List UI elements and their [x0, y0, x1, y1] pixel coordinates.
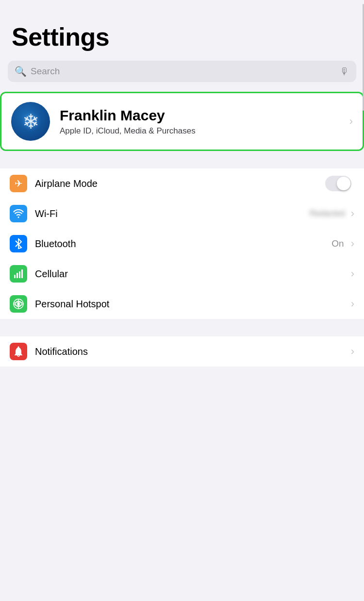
wifi-chevron-icon: › — [351, 207, 354, 220]
airplane-mode-label: Airplane Mode — [35, 178, 325, 189]
search-icon: 🔍 — [15, 66, 27, 77]
avatar-snowflake-icon: ❄ — [22, 110, 39, 134]
bluetooth-label: Bluetooth — [35, 238, 331, 250]
profile-name: Franklin Macey — [60, 107, 346, 124]
profile-info: Franklin Macey Apple ID, iCloud, Media &… — [60, 107, 346, 136]
svg-rect-2 — [19, 271, 20, 278]
cellular-label: Cellular — [35, 268, 347, 280]
microphone-icon[interactable]: 🎙 — [340, 66, 349, 77]
wifi-label: Wi-Fi — [35, 208, 310, 219]
wifi-value: Redacted — [310, 209, 345, 218]
wifi-icon — [10, 205, 27, 222]
page-title: Settings — [12, 23, 352, 51]
settings-row-notifications[interactable]: Notifications › — [0, 336, 364, 367]
cellular-icon — [10, 265, 27, 283]
bluetooth-value: On — [331, 238, 344, 249]
personal-hotspot-icon — [10, 295, 27, 313]
airplane-mode-toggle[interactable] — [325, 176, 351, 191]
search-bar[interactable]: 🔍 Search 🎙 — [8, 61, 356, 82]
settings-row-wifi[interactable]: Wi-Fi Redacted › — [0, 199, 364, 229]
section-gap-1 — [0, 151, 364, 168]
scrollbar-thumb — [363, 4, 364, 111]
cellular-chevron-icon: › — [351, 267, 354, 280]
notifications-label: Notifications — [35, 346, 347, 357]
page-header: Settings — [0, 0, 364, 57]
settings-row-airplane-mode[interactable]: ✈ Airplane Mode — [0, 168, 364, 199]
bluetooth-chevron-icon: › — [351, 237, 354, 250]
search-input[interactable]: Search — [31, 66, 336, 77]
profile-chevron-icon: › — [349, 115, 353, 128]
settings-group-notifications: Notifications › — [0, 336, 364, 367]
section-gap-2 — [0, 319, 364, 336]
bluetooth-icon — [10, 235, 27, 252]
settings-row-bluetooth[interactable]: Bluetooth On › — [0, 229, 364, 259]
settings-row-cellular[interactable]: Cellular › — [0, 259, 364, 289]
notifications-chevron-icon: › — [351, 345, 354, 358]
settings-group-connectivity: ✈ Airplane Mode Wi-Fi Redacted › — [0, 168, 364, 319]
scrollbar[interactable] — [362, 0, 364, 601]
personal-hotspot-label: Personal Hotspot — [35, 299, 347, 310]
svg-rect-3 — [21, 269, 23, 278]
toggle-knob — [337, 177, 350, 190]
avatar: ❄ — [11, 102, 50, 141]
profile-section[interactable]: ❄ Franklin Macey Apple ID, iCloud, Media… — [0, 92, 364, 151]
svg-rect-0 — [14, 275, 16, 278]
airplane-mode-icon: ✈ — [10, 175, 27, 192]
personal-hotspot-chevron-icon: › — [351, 298, 354, 310]
profile-subtitle: Apple ID, iCloud, Media & Purchases — [60, 126, 346, 136]
profile-row[interactable]: ❄ Franklin Macey Apple ID, iCloud, Media… — [1, 93, 363, 150]
svg-rect-1 — [17, 273, 18, 278]
search-bar-container: 🔍 Search 🎙 — [0, 57, 364, 90]
settings-page: Settings 🔍 Search 🎙 ❄ Franklin Macey App… — [0, 0, 364, 367]
notifications-icon — [10, 343, 27, 360]
settings-row-personal-hotspot[interactable]: Personal Hotspot › — [0, 289, 364, 319]
